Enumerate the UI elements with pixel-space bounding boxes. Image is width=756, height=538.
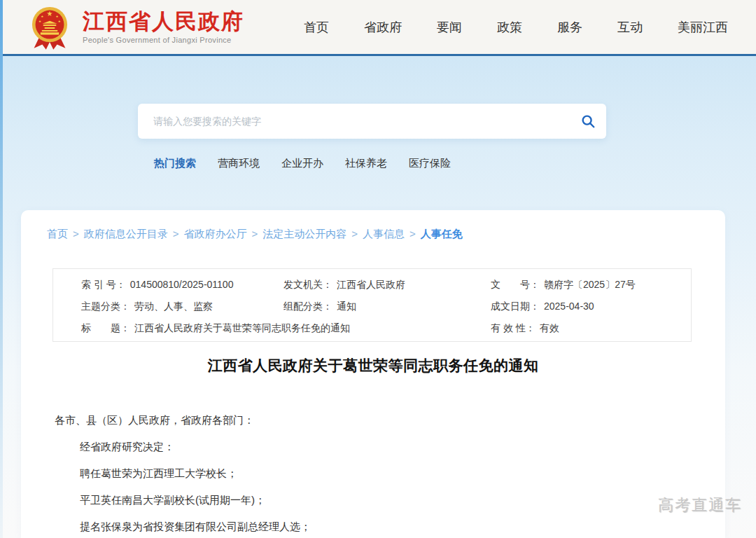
search-button[interactable] — [570, 104, 606, 139]
breadcrumb: 首页>政府信息公开目录>省政府办公厅>法定主动公开内容>人事信息>人事任免 — [21, 210, 725, 241]
content-card: 首页>政府信息公开目录>省政府办公厅>法定主动公开内容>人事信息>人事任免 索 … — [21, 210, 725, 538]
meta-row-2: 主题分类：劳动、人事、监察 组配分类：通知 成文日期：2025-04-30 — [53, 296, 691, 317]
nav-home[interactable]: 首页 — [304, 19, 329, 36]
svg-text:★: ★ — [47, 10, 53, 18]
hot-tag-company-setup[interactable]: 企业开办 — [281, 157, 323, 170]
meta-title-value: 江西省人民政府关于葛世荣等同志职务任免的通知 — [134, 322, 350, 333]
site-title-block: 江西省人民政府 People's Government of Jiangxi P… — [83, 10, 244, 44]
paragraph-appointment-3: 提名张保泉为省投资集团有限公司副总经理人选； — [55, 520, 692, 533]
svg-text:★: ★ — [55, 15, 58, 18]
hot-search-row: 热门搜索 营商环境 企业开办 社保养老 医疗保险 — [154, 157, 451, 170]
meta-docno-value: 赣府字〔2025〕27号 — [544, 279, 636, 290]
meta-topic-category: 主题分类：劳动、人事、监察 — [53, 296, 284, 317]
breadcrumb-separator: > — [173, 228, 179, 240]
breadcrumb-separator: > — [351, 228, 358, 240]
svg-text:★: ★ — [58, 19, 61, 22]
document-meta-table: 索 引 号：014500810/2025-01100 发文机关：江西省人民政府 … — [52, 268, 692, 342]
meta-docno-label: 文 号： — [491, 279, 540, 290]
svg-text:★: ★ — [38, 19, 41, 22]
watermark-gaokao-express: 高考直通车 — [658, 495, 742, 516]
breadcrumb-separator: > — [73, 228, 79, 240]
header-divider — [0, 54, 756, 56]
meta-validity-label: 有 效 性： — [491, 322, 536, 333]
meta-group-category: 组配分类：通知 — [284, 296, 491, 317]
meta-group-value: 通知 — [337, 301, 356, 312]
meta-agency-label: 发文机关： — [284, 279, 332, 290]
meta-validity: 有 效 性：有效 — [491, 317, 691, 339]
hot-tag-business-environment[interactable]: 营商环境 — [218, 157, 260, 170]
paragraph-decision: 经省政府研究决定： — [55, 440, 692, 453]
meta-group-label: 组配分类： — [284, 301, 332, 312]
document-title: 江西省人民政府关于葛世荣等同志职务任免的通知 — [21, 356, 725, 375]
breadcrumb-home[interactable]: 首页 — [47, 228, 68, 240]
document-body: 各市、县（区）人民政府，省政府各部门： 经省政府研究决定： 聘任葛世荣为江西理工… — [55, 413, 692, 538]
nav-provincial-government[interactable]: 省政府 — [364, 19, 402, 36]
nav-services[interactable]: 服务 — [557, 19, 582, 36]
nav-policy[interactable]: 政策 — [497, 19, 522, 36]
breadcrumb-gov-info-directory[interactable]: 政府信息公开目录 — [84, 228, 168, 240]
breadcrumb-personnel-info[interactable]: 人事信息 — [363, 228, 405, 240]
hot-tag-medical-insurance[interactable]: 医疗保险 — [409, 157, 451, 170]
svg-text:★: ★ — [41, 15, 43, 18]
meta-index-label: 索 引 号： — [81, 279, 126, 290]
paragraph-appointment-2: 平卫英任南昌大学副校长(试用期一年)； — [55, 493, 692, 506]
nav-news[interactable]: 要闻 — [437, 19, 462, 36]
breadcrumb-current-personnel-appointments: 人事任免 — [421, 228, 463, 240]
breadcrumb-separator: > — [252, 228, 258, 240]
hot-tag-social-security[interactable]: 社保养老 — [345, 157, 387, 170]
main-nav: 首页 省政府 要闻 政策 服务 互动 美丽江西 — [304, 0, 728, 54]
left-edge-strip — [0, 0, 3, 538]
meta-date-value: 2025-04-30 — [544, 301, 594, 312]
meta-title-label: 标 题： — [81, 322, 130, 333]
meta-title: 标 题：江西省人民政府关于葛世荣等同志职务任免的通知 — [53, 317, 491, 339]
meta-issuing-agency: 发文机关：江西省人民政府 — [284, 274, 491, 296]
nav-beautiful-jiangxi[interactable]: 美丽江西 — [678, 19, 728, 36]
national-emblem-icon: ★ ★ ★ ★ ★ — [27, 3, 73, 52]
page: ★ ★ ★ ★ ★ 江西省人民政府 People's Government of… — [0, 0, 756, 538]
meta-index-value: 014500810/2025-01100 — [130, 279, 234, 290]
nav-interaction[interactable]: 互动 — [617, 19, 643, 36]
site-header: ★ ★ ★ ★ ★ 江西省人民政府 People's Government of… — [0, 0, 756, 54]
meta-row-1: 索 引 号：014500810/2025-01100 发文机关：江西省人民政府 … — [53, 274, 691, 296]
meta-agency-value: 江西省人民政府 — [337, 279, 405, 290]
paragraph-salutation: 各市、县（区）人民政府，省政府各部门： — [55, 413, 692, 427]
meta-topic-value: 劳动、人事、监察 — [134, 301, 213, 312]
search-box — [138, 104, 606, 139]
meta-topic-label: 主题分类： — [81, 301, 130, 312]
site-logo[interactable]: ★ ★ ★ ★ ★ 江西省人民政府 People's Government of… — [27, 3, 244, 52]
breadcrumb-statutory-disclosure[interactable]: 法定主动公开内容 — [262, 228, 346, 240]
paragraph-appointment-1: 聘任葛世荣为江西理工大学校长； — [55, 467, 692, 480]
search-input[interactable] — [138, 104, 570, 139]
meta-index-number: 索 引 号：014500810/2025-01100 — [53, 274, 284, 296]
site-title: 江西省人民政府 — [83, 10, 244, 34]
meta-issue-date: 成文日期：2025-04-30 — [491, 296, 691, 317]
search-icon — [580, 113, 596, 129]
meta-validity-value: 有效 — [540, 322, 559, 333]
meta-document-number: 文 号：赣府字〔2025〕27号 — [491, 274, 691, 296]
hot-search-label: 热门搜索 — [154, 157, 196, 170]
meta-date-label: 成文日期： — [491, 301, 540, 312]
meta-row-3: 标 题：江西省人民政府关于葛世荣等同志职务任免的通知 有 效 性：有效 — [53, 317, 691, 339]
breadcrumb-general-office[interactable]: 省政府办公厅 — [184, 228, 247, 240]
breadcrumb-separator: > — [410, 228, 416, 240]
site-subtitle: People's Government of Jiangxi Province — [83, 36, 244, 44]
